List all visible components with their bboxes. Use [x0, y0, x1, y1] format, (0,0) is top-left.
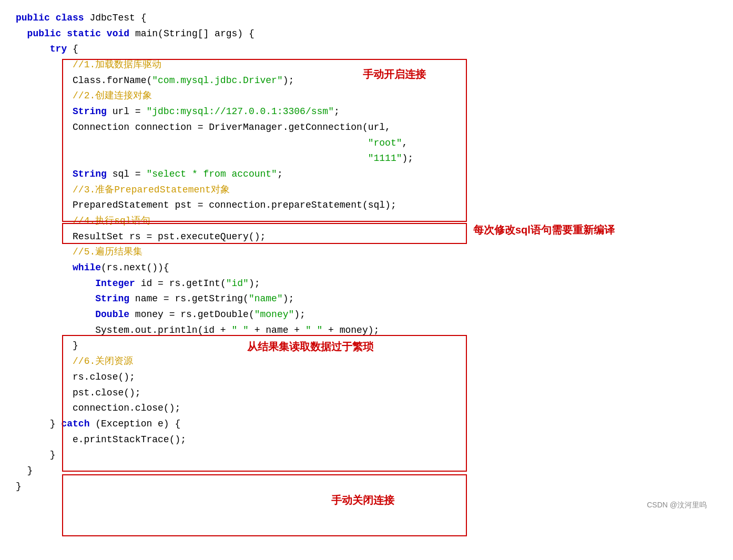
code-line-5: Class.forName("com.mysql.jdbc.Driver");	[16, 73, 717, 89]
code-line-6: //2.创建连接对象	[16, 88, 717, 104]
code-line-8: Connection connection = DriverManager.ge…	[16, 120, 717, 136]
code-line-10: "1111");	[16, 151, 717, 167]
code-line-2: public static void main(String[] args) {	[16, 26, 717, 42]
code-line-14: //4.执行sql语句	[16, 213, 717, 229]
code-line-16: //5.遍历结果集	[16, 245, 717, 260]
code-line-7: String url = "jdbc:mysql://127.0.0.1:330…	[16, 104, 717, 120]
code-line-9: "root",	[16, 136, 717, 151]
code-line-18: Integer id = rs.getInt("id");	[16, 276, 717, 292]
code-line-31: }	[16, 479, 717, 495]
code-line-15: ResultSet rs = pst.executeQuery();	[16, 229, 717, 245]
code-line-26: connection.close();	[16, 401, 717, 416]
code-line-13: PreparedStatement pst = connection.prepa…	[16, 198, 717, 213]
code-line-3: try {	[16, 42, 717, 57]
code-line-24: rs.close();	[16, 370, 717, 385]
watermark: CSDN @汶河里呜	[647, 501, 707, 510]
annotation-manual-close: 手动关闭连接	[331, 493, 394, 507]
code-line-27: } catch (Exception e) {	[16, 416, 717, 432]
code-line-29: }	[16, 447, 717, 463]
code-wrapper: public class JdbcTest { public static vo…	[16, 11, 717, 515]
code-line-28: e.printStackTrace();	[16, 432, 717, 448]
code-line-20: Double money = rs.getDouble("money");	[16, 307, 717, 323]
code-container: public class JdbcTest { public static vo…	[16, 11, 717, 494]
code-line-19: String name = rs.getString("name");	[16, 291, 717, 307]
code-line-11: String sql = "select * from account";	[16, 167, 717, 182]
code-line-12: //3.准备PreparedStatement对象	[16, 182, 717, 198]
code-line-21: System.out.println(id + " " + name + " "…	[16, 323, 717, 339]
code-line-22: }	[16, 338, 717, 354]
code-line-23: //6.关闭资源	[16, 354, 717, 370]
code-line-4: //1.加载数据库驱动	[16, 57, 717, 73]
code-line-1: public class JdbcTest {	[16, 11, 717, 26]
code-line-30: }	[16, 463, 717, 479]
code-line-17: while(rs.next()){	[16, 260, 717, 276]
code-line-25: pst.close();	[16, 385, 717, 401]
